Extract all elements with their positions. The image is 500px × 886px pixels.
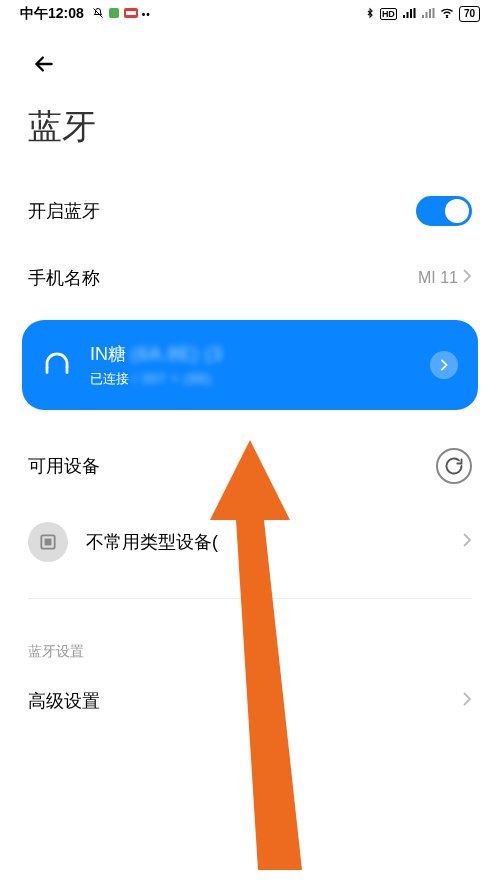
status-right: HD 70 (365, 6, 480, 22)
svg-point-4 (446, 17, 447, 18)
bluetooth-toggle-row: 开启蓝牙 (0, 176, 500, 246)
signal-icon-2 (421, 7, 435, 21)
status-notification-icons: •• (92, 7, 151, 21)
signal-icon-1 (402, 7, 416, 21)
chevron-right-icon (462, 692, 472, 710)
divider (28, 598, 472, 599)
bluetooth-settings-section-label: 蓝牙设置 (0, 615, 500, 669)
status-time: 中午12:08 (20, 5, 84, 23)
headphones-icon (42, 350, 72, 380)
refresh-button[interactable] (436, 448, 472, 484)
back-button[interactable] (28, 48, 60, 80)
app-icon-1 (108, 7, 120, 21)
connected-device-card[interactable]: IN糖 (6A.8E) (3 已连接 / 307 + (88) (22, 320, 478, 410)
back-area (0, 28, 500, 88)
svg-rect-1 (109, 8, 119, 18)
connected-device-status: 已连接 / 307 + (88) (90, 370, 412, 388)
available-devices-title: 可用设备 (28, 454, 100, 478)
status-bar: 中午12:08 •• HD 70 (0, 0, 500, 28)
connected-device-name: IN糖 (6A.8E) (3 (90, 342, 412, 366)
available-devices-header: 可用设备 (0, 424, 500, 502)
phone-name-value: MI 11 (418, 269, 458, 287)
battery-indicator: 70 (459, 6, 480, 22)
status-left: 中午12:08 •• (20, 5, 151, 23)
svg-line-0 (93, 9, 102, 18)
bluetooth-toggle[interactable] (416, 196, 472, 226)
back-arrow-icon (31, 51, 57, 77)
connected-device-name-blur: (6A.8E) (3 (131, 344, 223, 364)
chevron-right-icon (462, 533, 472, 551)
phone-name-label: 手机名称 (28, 266, 100, 290)
app-icon-2 (124, 8, 138, 20)
svg-rect-6 (46, 540, 51, 545)
advanced-settings-row[interactable]: 高级设置 (0, 669, 500, 733)
connected-device-info: IN糖 (6A.8E) (3 已连接 / 307 + (88) (90, 342, 412, 388)
advanced-settings-label: 高级设置 (28, 689, 100, 713)
device-details-button[interactable] (430, 351, 458, 379)
phone-name-row[interactable]: 手机名称 MI 11 (0, 246, 500, 310)
hd-icon: HD (380, 8, 397, 20)
uncommon-devices-icon (28, 522, 68, 562)
uncommon-devices-label: 不常用类型设备( (86, 530, 444, 554)
more-icon: •• (142, 9, 151, 20)
bluetooth-status-icon (365, 7, 375, 22)
connected-device-status-blur: / 307 + (88) (133, 371, 212, 386)
mute-icon (92, 7, 104, 21)
refresh-icon (444, 456, 464, 476)
uncommon-devices-row[interactable]: 不常用类型设备( (0, 502, 500, 582)
chevron-right-icon (462, 269, 472, 287)
bluetooth-toggle-label: 开启蓝牙 (28, 199, 100, 223)
svg-rect-3 (126, 11, 136, 15)
phone-name-right: MI 11 (418, 269, 472, 287)
page-title: 蓝牙 (0, 88, 500, 176)
wifi-icon (440, 7, 454, 21)
